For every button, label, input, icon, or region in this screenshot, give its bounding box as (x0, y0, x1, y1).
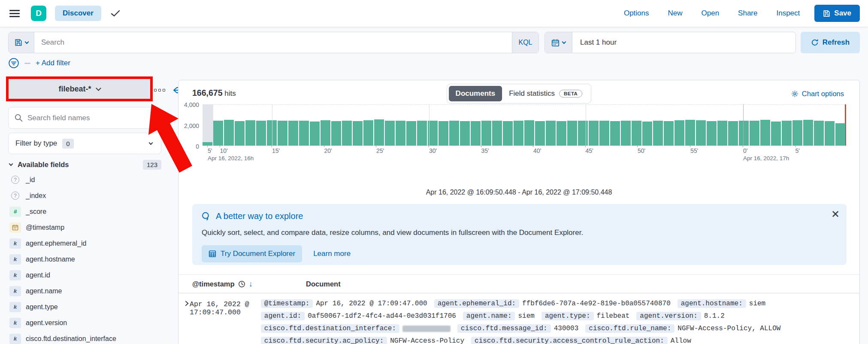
histogram-bar[interactable] (599, 121, 609, 146)
histogram-bar[interactable] (299, 121, 309, 146)
histogram-bar[interactable] (203, 142, 212, 146)
histogram-bar[interactable] (674, 120, 684, 146)
breadcrumb-discover-badge[interactable]: Discover (55, 6, 101, 21)
field-item-cisco.ftd.destination_interface[interactable]: kcisco.ftd.destination_interface (9, 331, 161, 344)
available-fields-header[interactable]: Available fields 123 (9, 160, 161, 170)
expand-row-button[interactable] (178, 299, 190, 344)
top-nav-item-inspect[interactable]: Inspect (776, 9, 800, 18)
histogram-bar[interactable] (814, 121, 824, 146)
histogram-bar[interactable] (760, 120, 770, 146)
histogram-bar[interactable] (213, 121, 223, 146)
field-item-agent.hostname[interactable]: kagent.hostname (9, 251, 161, 267)
histogram-bar[interactable] (524, 120, 534, 146)
tab-documents[interactable]: Documents (449, 86, 502, 101)
histogram-bar[interactable] (256, 121, 266, 146)
index-pattern-options-icon[interactable] (154, 89, 165, 91)
histogram-bar[interactable] (503, 121, 513, 146)
time-range-value[interactable]: Last 1 hour (572, 32, 795, 53)
histogram-bar[interactable] (567, 121, 577, 146)
histogram-bar[interactable] (245, 120, 255, 146)
search-input[interactable] (34, 32, 512, 53)
field-item-agent.name[interactable]: kagent.name (9, 283, 161, 299)
top-nav-item-options[interactable]: Options (624, 9, 649, 18)
histogram-bar[interactable] (224, 120, 234, 146)
histogram-bar[interactable] (514, 121, 523, 146)
histogram-bar[interactable] (632, 121, 641, 146)
index-pattern-switcher[interactable]: filebeat-* (9, 79, 150, 99)
try-document-explorer-button[interactable]: Try Document Explorer (202, 245, 302, 262)
histogram-bar[interactable] (363, 120, 373, 146)
column-header-document[interactable]: Document (306, 280, 341, 288)
histogram-bar[interactable] (417, 121, 427, 146)
histogram-bar[interactable] (396, 121, 405, 146)
histogram-bar[interactable] (546, 121, 556, 146)
histogram-bar[interactable] (717, 121, 727, 146)
histogram-bar[interactable] (739, 121, 749, 146)
top-nav-item-new[interactable]: New (668, 9, 683, 18)
saved-query-menu-button[interactable] (9, 32, 34, 53)
histogram-bar[interactable] (353, 121, 363, 146)
histogram-chart[interactable]: 4,000 2,000 0 5'10'15'20'25'30'35'40'45'… (203, 104, 846, 146)
field-item-agent.version[interactable]: kagent.version (9, 315, 161, 331)
top-nav-item-open[interactable]: Open (702, 9, 720, 18)
histogram-bar[interactable] (664, 121, 674, 146)
field-item-@timestamp[interactable]: @timestamp (9, 219, 161, 235)
histogram-bar[interactable] (707, 121, 717, 146)
histogram-bar[interactable] (728, 121, 738, 146)
field-item-agent.type[interactable]: kagent.type (9, 299, 161, 315)
histogram-bar[interactable] (782, 121, 792, 146)
field-item-agent.id[interactable]: kagent.id (9, 267, 161, 283)
histogram-bar[interactable] (610, 121, 620, 146)
save-button[interactable]: Save (814, 5, 860, 22)
histogram-bar[interactable] (621, 121, 631, 146)
histogram-bar[interactable] (803, 120, 813, 146)
sort-descending-icon[interactable]: ↓ (249, 280, 253, 289)
histogram-bar[interactable] (471, 121, 481, 146)
app-menu-icon[interactable] (9, 8, 20, 19)
histogram-bar[interactable] (374, 119, 384, 146)
column-header-timestamp[interactable]: @timestamp ↓ (192, 280, 306, 289)
histogram-bar[interactable] (235, 121, 245, 146)
histogram-bar[interactable] (825, 121, 835, 146)
histogram-bar[interactable] (696, 120, 706, 146)
histogram-bar[interactable] (535, 121, 545, 146)
top-nav-item-share[interactable]: Share (738, 9, 757, 18)
histogram-bar[interactable] (342, 121, 352, 146)
histogram-bar[interactable] (385, 121, 395, 146)
chart-options-button[interactable]: Chart options (791, 90, 844, 98)
field-search-input[interactable] (27, 114, 155, 122)
histogram-bar[interactable] (750, 121, 759, 146)
histogram-bar[interactable] (589, 121, 599, 146)
learn-more-link[interactable]: Learn more (313, 250, 351, 258)
field-item-_index[interactable]: ?_index (9, 188, 161, 204)
histogram-bar[interactable] (278, 121, 287, 146)
histogram-bar[interactable] (556, 121, 566, 146)
field-item-_id[interactable]: ?_id (9, 172, 161, 188)
filter-by-type-dropdown[interactable]: Filter by type 0 (8, 133, 161, 154)
query-language-kql-button[interactable]: KQL (512, 32, 538, 53)
histogram-bar[interactable] (449, 121, 459, 146)
histogram-bar[interactable] (331, 121, 341, 146)
histogram-bar[interactable] (460, 121, 470, 146)
histogram-bar[interactable] (310, 122, 320, 146)
histogram-bar[interactable] (481, 121, 491, 146)
histogram-bar[interactable] (406, 121, 416, 146)
field-item-_score[interactable]: #_score (9, 204, 161, 219)
histogram-bar[interactable] (835, 123, 845, 146)
histogram-bar[interactable] (321, 120, 330, 146)
close-icon[interactable]: ✕ (831, 208, 840, 220)
date-quick-select-button[interactable] (545, 32, 572, 53)
histogram-bar[interactable] (771, 122, 781, 146)
histogram-bar[interactable] (792, 120, 802, 146)
histogram-bar[interactable] (288, 121, 298, 146)
filter-icon[interactable] (8, 58, 19, 69)
add-filter-button[interactable]: + Add filter (36, 59, 70, 67)
histogram-bar[interactable] (642, 122, 652, 146)
field-item-agent.ephemeral_id[interactable]: kagent.ephemeral_id (9, 235, 161, 251)
histogram-bar[interactable] (653, 121, 663, 146)
histogram-bar[interactable] (492, 121, 502, 146)
histogram-bar[interactable] (439, 121, 448, 146)
refresh-button[interactable]: Refresh (801, 32, 860, 53)
histogram-bar[interactable] (685, 120, 695, 146)
tab-field-statistics[interactable]: Field statisticsBETA (502, 86, 589, 101)
